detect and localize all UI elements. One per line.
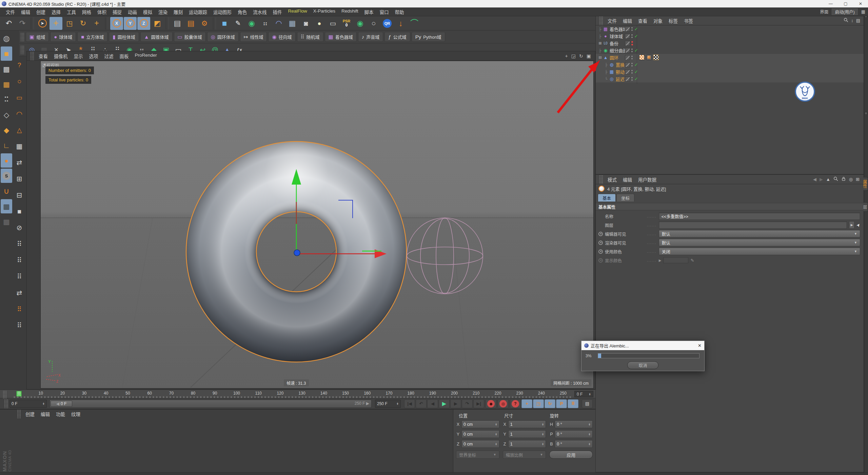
render-settings-button[interactable]: ⚙: [198, 17, 211, 30]
timeline-tick-150[interactable]: 150: [342, 391, 349, 396]
prev-frame-button[interactable]: ◀: [427, 399, 438, 408]
layout-select[interactable]: 启动(用户): [831, 8, 858, 16]
layer-toggle-icon[interactable]: [625, 26, 630, 32]
object-row-延迟[interactable]: └◎延迟✓: [596, 75, 864, 82]
new-window-icon[interactable]: ⊞: [856, 177, 860, 182]
disabled-tool-2[interactable]: ⇄: [14, 155, 25, 170]
texture-tag-icon[interactable]: [639, 55, 645, 60]
object-row-颤动[interactable]: ├▦颤动✓: [596, 68, 864, 75]
random-field-button[interactable]: ⠿随机域: [297, 32, 323, 42]
close-button[interactable]: ✕: [853, 0, 868, 7]
attribute-menu-2[interactable]: 用户数据: [635, 175, 659, 184]
disabled-tool-4[interactable]: ⊟: [14, 188, 25, 202]
history-forward-icon[interactable]: ▶: [820, 177, 823, 182]
material-tag-icon[interactable]: [646, 55, 652, 60]
lock-icon[interactable]: [841, 176, 846, 182]
stepper-icon[interactable]: ▲▼: [541, 433, 544, 436]
menu-item-14[interactable]: 角色: [235, 7, 250, 17]
menu-item-16[interactable]: 插件: [270, 7, 285, 17]
render-view-button[interactable]: ▤: [171, 17, 184, 30]
menu-item-6[interactable]: 体积: [94, 7, 110, 17]
viewport-menu-6[interactable]: ProRender: [132, 51, 160, 61]
toolbar-grip[interactable]: [20, 33, 24, 41]
python-field-button[interactable]: PyPython域: [412, 32, 445, 42]
layer-browse-icon[interactable]: ▶: [849, 221, 854, 229]
points-mode-button[interactable]: ⠭: [1, 92, 12, 107]
enabled-check-icon[interactable]: ✓: [634, 34, 639, 39]
timeline-tick-110[interactable]: 110: [255, 391, 262, 396]
panel-icon[interactable]: ▤: [856, 18, 860, 23]
toolbar-grip[interactable]: [20, 45, 24, 54]
menu-item-17[interactable]: RealFlow: [285, 7, 310, 17]
lasso-selection-button[interactable]: ◠: [14, 107, 25, 121]
add-field-sphere-button[interactable]: ◉: [354, 17, 367, 30]
coords-field-X-0[interactable]: 0 cm▲▼: [461, 420, 499, 428]
disabled-tool-7[interactable]: ⠿: [14, 237, 25, 251]
timeline-tick-50[interactable]: 50: [125, 391, 130, 396]
magnet-tool-button[interactable]: ∪: [1, 184, 12, 198]
search-icon[interactable]: [833, 176, 838, 182]
viewport-pan-icon[interactable]: +: [565, 53, 568, 59]
material-menu-2[interactable]: 功能: [53, 409, 68, 419]
stepper-icon[interactable]: ▲▼: [541, 423, 544, 426]
timeline-tick-30[interactable]: 30: [82, 391, 86, 396]
layer-input[interactable]: [659, 221, 847, 229]
timeline-tick-40[interactable]: 40: [104, 391, 108, 396]
viewport-menu-4[interactable]: 过滤: [101, 51, 117, 61]
timeline-tick-180[interactable]: 180: [408, 391, 414, 396]
autokeying-button[interactable]: ◎: [498, 399, 509, 408]
record-parameter-toggle[interactable]: P: [556, 399, 567, 408]
viewport-menu-2[interactable]: 显示: [71, 51, 86, 61]
visibility-dots[interactable]: [631, 34, 633, 38]
timeline-tick-80[interactable]: 80: [191, 391, 195, 396]
enable-axis-button[interactable]: ∟: [1, 138, 12, 152]
commander-button[interactable]: ⠿: [14, 302, 25, 316]
object-manager-menu-1[interactable]: 编辑: [620, 16, 635, 25]
enabled-check-icon[interactable]: ✓: [634, 26, 639, 32]
visibility-dots[interactable]: [631, 49, 633, 52]
name-input[interactable]: <<多重数值>>: [659, 212, 860, 220]
move-tool[interactable]: +: [50, 17, 62, 30]
timeline-tick-120[interactable]: 120: [277, 391, 283, 396]
shader-field-button[interactable]: ▦着色器域: [325, 32, 357, 42]
stepper-icon[interactable]: ▲▼: [588, 433, 591, 436]
disabled-tool-8[interactable]: ⠿: [14, 253, 25, 267]
timeline-tick-70[interactable]: 70: [169, 391, 174, 396]
sphere-field-button[interactable]: ●球体域: [50, 32, 76, 42]
enabled-check-icon[interactable]: ✓: [634, 76, 639, 81]
viewport-grip[interactable]: [30, 52, 34, 60]
timeline-tick-130[interactable]: 130: [299, 391, 305, 396]
coords-field-Y-1[interactable]: 1▲▼: [508, 430, 546, 438]
coords-select-1[interactable]: 缩放比例▼: [503, 451, 546, 459]
play-button[interactable]: ▶: [439, 399, 450, 408]
menu-item-20[interactable]: 脚本: [361, 7, 377, 17]
planar-workplane-button[interactable]: ▦: [1, 214, 12, 229]
eyedropper-icon[interactable]: ✎: [690, 258, 694, 263]
layer-toggle-icon[interactable]: [625, 55, 630, 60]
add-floor-button[interactable]: ▦: [286, 17, 299, 30]
stepper-icon[interactable]: ▲▼: [495, 423, 497, 426]
timeline-tick-100[interactable]: 100: [233, 391, 240, 396]
disabled-tool-9[interactable]: ⠿: [14, 269, 25, 284]
timeline-tick-200[interactable]: 200: [451, 391, 458, 396]
add-geosphere-button[interactable]: ○: [367, 17, 380, 30]
material-menu-1[interactable]: 编辑: [38, 409, 53, 419]
timeline-tick-240[interactable]: 240: [538, 391, 545, 396]
timeline-ruler[interactable]: 0102030405060708090100110120130140150160…: [0, 390, 595, 398]
timeline-tick-140[interactable]: 140: [320, 391, 327, 396]
next-frame-button[interactable]: ▶: [450, 399, 461, 408]
radial-field-button[interactable]: ◉径向域: [268, 32, 295, 42]
coords-field-Z-0[interactable]: 0 cm▲▼: [461, 440, 499, 448]
object-row-细分曲面[interactable]: ├◉细分曲面✓: [596, 47, 864, 54]
add-camera-button[interactable]: ◙: [299, 17, 312, 30]
viewport-menu-0[interactable]: 查看: [36, 51, 51, 61]
disabled-tool-10[interactable]: ⇄: [14, 286, 25, 300]
polygon-selection-button[interactable]: △: [14, 123, 25, 137]
object-manager-menu-5[interactable]: 书签: [681, 16, 696, 25]
maximize-button[interactable]: ▢: [838, 0, 853, 7]
layout-icon[interactable]: ▦: [861, 9, 865, 14]
attribute-grip[interactable]: [599, 175, 603, 184]
viewport-tweak-button[interactable]: ●: [1, 153, 12, 168]
coords-field-Y-0[interactable]: 0 cm▲▼: [461, 430, 499, 438]
model-mode-button[interactable]: ■: [1, 46, 12, 61]
